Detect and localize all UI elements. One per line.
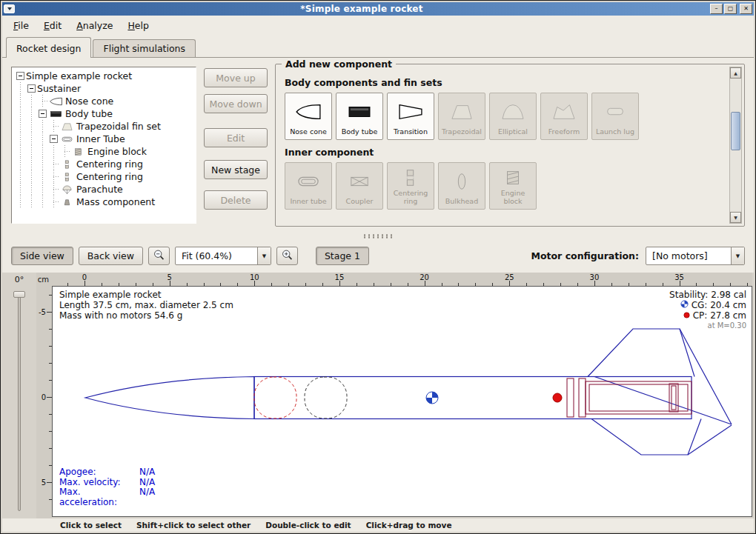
component-button-label: Freeform	[548, 128, 580, 136]
expander-icon[interactable]	[27, 84, 36, 93]
inner-tube-outline	[589, 384, 688, 411]
elliptical-fin-icon	[496, 96, 530, 128]
app-window: *Simple example rocket – ▢ ✕ FileEditAna…	[0, 0, 756, 534]
tree-item-engine-block[interactable]: Engine block	[15, 145, 196, 158]
body-tube-icon	[49, 109, 63, 119]
cg-text: CG: 20.4 cm	[692, 300, 746, 310]
centering-ring-icon	[60, 172, 74, 182]
tree-item-sustainer[interactable]: Sustainer	[15, 82, 196, 95]
inner-tube-icon	[291, 165, 325, 198]
horizontal-ruler: 05101520253035	[52, 273, 752, 286]
tree-item-mass-component[interactable]: Mass component	[15, 196, 196, 208]
menu-file[interactable]: File	[7, 17, 36, 34]
rotation-slider-track[interactable]	[18, 293, 21, 511]
expander-icon[interactable]	[16, 72, 24, 80]
zoom-out-button[interactable]	[148, 247, 170, 265]
expander-icon[interactable]	[39, 110, 47, 118]
zoom-in-button[interactable]	[276, 247, 298, 265]
component-button-label: Launch lug	[596, 128, 634, 136]
component-button-nose-cone[interactable]: Nose cone	[285, 93, 332, 140]
title-bar[interactable]: *Simple example rocket – ▢ ✕	[2, 2, 754, 16]
fin-projection-line	[688, 425, 732, 455]
tree-item-centering-ring[interactable]: Centering ring	[15, 158, 196, 170]
tree-item-inner-tube[interactable]: Inner Tube	[15, 133, 196, 145]
window-menu-icon[interactable]	[4, 4, 15, 13]
vertical-ruler: -505	[36, 286, 52, 518]
motor-configuration-select[interactable]: [No motors] ▼	[646, 247, 745, 265]
action-buttons: Move upMove downEditNew stageDelete	[204, 58, 268, 210]
component-button-centering-ring: Centering ring	[387, 162, 434, 210]
tree-item-centering-ring[interactable]: Centering ring	[15, 170, 196, 183]
zoom-level-select[interactable]: Fit (60.4%) ▼	[175, 247, 271, 265]
bulkhead-icon	[445, 165, 479, 198]
tree-item-trapezoidal-fin-set[interactable]: Trapezoidal fin set	[15, 120, 196, 133]
centering-ring-outline	[567, 378, 574, 417]
trapezoidal-fin-icon	[60, 121, 74, 132]
tab-rocket-design[interactable]: Rocket design	[6, 37, 91, 58]
component-button-label: Nose cone	[290, 128, 327, 136]
scroll-up-button[interactable]: ▲	[730, 67, 741, 79]
back-view-button[interactable]: Back view	[79, 247, 143, 265]
motor-configuration-label: Motor configuration:	[531, 250, 639, 261]
centering-ring-icon	[60, 159, 74, 170]
component-button-bulkhead: Bulkhead	[438, 162, 485, 210]
splitter[interactable]	[2, 233, 754, 239]
rocket-name: Simple example rocket	[59, 290, 233, 300]
section-label-inner-component: Inner component	[285, 147, 723, 158]
expander-icon[interactable]	[50, 135, 58, 143]
design-panel: Simple example rocketSustainerNose coneB…	[2, 58, 754, 233]
scroll-down-button[interactable]: ▼	[730, 212, 741, 223]
component-button-transition[interactable]: Transition	[387, 93, 434, 140]
menu-help[interactable]: Help	[121, 17, 156, 34]
combo-arrow-icon[interactable]: ▼	[257, 247, 271, 264]
maximize-button[interactable]: ▢	[724, 4, 737, 14]
component-button-engine-block: Engine block	[489, 162, 537, 210]
transition-icon	[394, 96, 428, 128]
edit-button: Edit	[204, 128, 268, 147]
app-body: FileEditAnalyzeHelp Rocket designFlight …	[2, 16, 754, 532]
stage-1-toggle[interactable]: Stage 1	[316, 247, 369, 265]
status-hint: Click to select	[60, 521, 122, 530]
minimize-button[interactable]: –	[710, 4, 723, 14]
splitter-handle-icon[interactable]	[363, 234, 393, 238]
engine-block-icon	[496, 165, 530, 190]
combo-arrow-icon[interactable]: ▼	[731, 247, 744, 264]
component-button-trapezoidal: Trapezoidal	[438, 93, 485, 140]
parachute-icon	[60, 184, 74, 195]
component-button-coupler: Coupler	[336, 162, 383, 210]
centering-ring-icon	[394, 165, 428, 190]
tree-item-body-tube[interactable]: Body tube	[15, 107, 196, 120]
freeform-fin-icon	[547, 96, 581, 128]
component-button-body-tube[interactable]: Body tube	[336, 93, 383, 140]
rocket-figure[interactable]	[53, 287, 752, 515]
component-button-elliptical: Elliptical	[489, 93, 537, 140]
component-button-inner-tube: Inner tube	[285, 162, 332, 210]
stability-info: Stability: 2.98 cal CG: 20.4 cm CP: 27.8…	[669, 290, 746, 331]
tab-flight-simulations[interactable]: Flight simulations	[93, 39, 196, 57]
side-view-button[interactable]: Side view	[11, 247, 73, 265]
magnifier-minus-icon	[153, 249, 165, 264]
rocket-dimensions: Length 37.5 cm, max. diameter 2.5 cm	[59, 300, 233, 310]
cg-icon	[680, 300, 689, 310]
scrollbar-thumb[interactable]	[731, 112, 740, 150]
rotation-slider[interactable]	[2, 286, 36, 518]
body-tube-icon	[342, 96, 377, 128]
rotation-slider-handle[interactable]	[13, 291, 25, 298]
fin-lower-outline	[591, 419, 701, 455]
rocket-canvas[interactable]: Simple example rocket Length 37.5 cm, ma…	[52, 286, 752, 517]
menu-analyze[interactable]: Analyze	[70, 17, 119, 34]
vertical-scrollbar[interactable]: ▲ ▼	[729, 67, 742, 224]
new-stage-button[interactable]: New stage	[204, 160, 268, 179]
move-up-button: Move up	[204, 68, 268, 87]
tree-item-simple-example-rocket[interactable]: Simple example rocket	[15, 70, 196, 82]
menu-edit[interactable]: Edit	[37, 17, 68, 34]
tree-item-nose-cone[interactable]: Nose cone	[15, 95, 196, 107]
flight-data-row: Max. velocity:N/A	[59, 478, 155, 488]
tree-item-parachute[interactable]: Parachute	[15, 183, 196, 196]
nose-cone-icon	[291, 96, 325, 128]
flight-data-row: Max. acceleration:N/A	[59, 487, 155, 507]
component-button-label: Engine block	[491, 190, 535, 206]
component-button-label: Coupler	[346, 198, 374, 206]
window-title: *Simple example rocket	[15, 4, 709, 14]
close-button[interactable]: ✕	[740, 4, 752, 14]
